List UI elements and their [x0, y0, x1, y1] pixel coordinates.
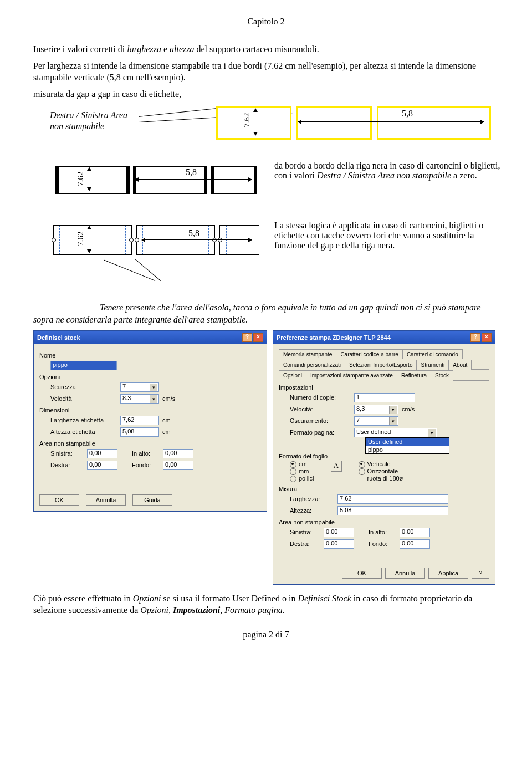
close-icon[interactable]: × [482, 333, 492, 342]
closing-paragraph: Ciò può essere effettuato in Opzioni se … [33, 593, 499, 616]
sinistra-input[interactable]: 0,00 [324, 528, 354, 537]
dropdown-item[interactable]: pippo [366, 446, 449, 453]
apply-button[interactable]: Applica [428, 568, 468, 579]
diagram-blackmark: 7.62 5,8 da bordo a bordo della riga ner… [33, 161, 499, 211]
tab[interactable]: About [448, 360, 472, 370]
text-italic: Formato pagina [224, 605, 282, 615]
radio-mm[interactable]: mm [290, 468, 314, 475]
scurezza-select[interactable]: 7 [120, 382, 159, 392]
altezza-input[interactable]: 5,08 [120, 427, 159, 437]
help-button[interactable]: ? [472, 568, 489, 579]
tab[interactable]: Strumenti [416, 360, 449, 370]
formato-dropdown-list[interactable]: User defined pippo [365, 437, 449, 454]
fondo-input[interactable]: 0,00 [400, 539, 430, 549]
inalto-input[interactable]: 0,00 [400, 528, 430, 537]
pointer-line [139, 109, 216, 118]
formato-select[interactable]: User defined [354, 428, 437, 437]
text-italic: larghezza [127, 44, 161, 54]
check-ruota180[interactable]: ruota di 180ø [359, 475, 403, 482]
page-footer: pagina 2 di 7 [33, 630, 499, 640]
sinistra-input[interactable]: 0,00 [87, 449, 117, 458]
unit-label: cm [162, 428, 171, 435]
label-velocita: Velocità: [290, 406, 351, 412]
larghezza-input[interactable]: 7,62 [120, 416, 159, 425]
group-area: Area non stampabile [279, 519, 489, 525]
label-shape [296, 106, 372, 140]
label-altezza: Altezza: [290, 507, 334, 514]
paragraph-1: Inserire i valori corretti di larghezza … [33, 43, 499, 55]
dimension-arrow-h [135, 179, 252, 180]
text: Ciò può essere effettuato in [33, 594, 133, 603]
dimension-label: 5,8 [186, 167, 197, 177]
dialog-title: Preferenze stampa ZDesigner TLP 2844 [277, 334, 391, 341]
group-impostazioni: Impostazioni [279, 384, 489, 391]
group-dimensioni: Dimensioni [39, 407, 261, 414]
cancel-button[interactable]: Annulla [385, 568, 425, 579]
copie-input[interactable]: 1 [354, 393, 415, 402]
tab[interactable]: Stock [431, 370, 453, 381]
text: se si usa il formato User Defined o in [161, 594, 298, 603]
velocita-select[interactable]: 8,3 [354, 405, 398, 414]
altezza-input[interactable]: 5,08 [337, 506, 448, 515]
ok-button[interactable]: OK [342, 568, 382, 579]
dimension-label: 5,8 [402, 109, 413, 119]
pointer-lines [33, 280, 499, 297]
caption-line: non stampabile [50, 121, 104, 131]
label-inalto: In alto: [369, 529, 396, 535]
help-icon[interactable]: ? [470, 333, 480, 342]
text-italic: altezza [170, 44, 194, 54]
label-destra: Destra: [50, 462, 84, 468]
tab[interactable]: Comandi personalizzati [279, 360, 345, 370]
radio-cm[interactable]: cm [290, 461, 314, 468]
text-italic: Destra / Sinistra Area non stampabile [317, 171, 451, 180]
diagram-side-text: da bordo a bordo della riga nera in caso… [274, 161, 502, 181]
destra-input[interactable]: 0,00 [87, 461, 117, 470]
diagram-labels-yellow: Destra / Sinistra Area non stampabile 7.… [33, 105, 499, 150]
label-oscuramento: Oscuramento: [290, 417, 351, 424]
ok-button[interactable]: OK [39, 494, 79, 506]
dimension-label: 7.62 [242, 113, 252, 127]
unit-label: cm/s [402, 406, 415, 412]
label-scurezza: Scurezza [50, 384, 117, 390]
tab[interactable]: Refinetura [397, 370, 431, 381]
label-copie: Numero di copie: [290, 394, 351, 401]
radio-label: Verticale [367, 461, 391, 467]
velocita-select[interactable]: 8.3 [120, 394, 159, 404]
dropdown-item[interactable]: User defined [366, 438, 449, 446]
help-icon[interactable]: ? [242, 333, 252, 342]
inalto-input[interactable]: 0,00 [163, 449, 193, 458]
tab[interactable]: Caratteri di comando [402, 349, 463, 359]
label-destra: Destra: [290, 540, 320, 547]
close-icon[interactable]: × [253, 333, 263, 342]
dimension-label: 7.62 [76, 232, 85, 246]
label-sinistra: Sinistra: [50, 450, 84, 457]
text-bold-italic: Impostazioni [173, 605, 220, 615]
tab[interactable]: Impostazioni stampante avanzate [306, 370, 397, 381]
tabs-row-2: Comandi personalizzati Selezioni Importo… [279, 359, 489, 370]
larghezza-input[interactable]: 7,62 [337, 494, 448, 504]
check-label: ruota di 180ø [367, 475, 403, 482]
orientation-icon: A [331, 461, 342, 472]
tab-opzioni[interactable]: Opzioni [279, 370, 306, 381]
guide-button[interactable]: Guida [132, 494, 172, 506]
dimension-label: 5,8 [188, 228, 200, 238]
radio-orizzontale[interactable]: Orizzontale [359, 468, 403, 475]
radio-pollici[interactable]: pollici [290, 475, 314, 482]
tabs-row-1: Memoria stampante Caratteri codice a bar… [279, 349, 489, 359]
destra-input[interactable]: 0,00 [324, 539, 354, 549]
paragraph-3: misurata da gap a gap in caso di etichet… [33, 88, 499, 100]
nome-input[interactable]: pippo [50, 361, 117, 370]
label-inalto: In alto: [132, 450, 160, 457]
label-altezza: Altezza etichetta [50, 428, 117, 435]
tab[interactable]: Memoria stampante [279, 349, 336, 359]
tab[interactable]: Caratteri codice a barre [336, 349, 403, 359]
fondo-input[interactable]: 0,00 [163, 461, 193, 470]
group-area: Area non stampabile [39, 440, 261, 447]
tab[interactable]: Selezioni Importo/Esporto [345, 360, 417, 370]
oscuramento-select[interactable]: 7 [354, 416, 398, 426]
dialog-title: Definisci stock [37, 334, 80, 341]
unit-label: cm/s [162, 395, 175, 402]
cancel-button[interactable]: Annulla [86, 494, 126, 506]
note-italic: Tenere presente che l'area dell'asola, t… [33, 302, 499, 325]
radio-verticale[interactable]: Verticale [359, 461, 403, 468]
